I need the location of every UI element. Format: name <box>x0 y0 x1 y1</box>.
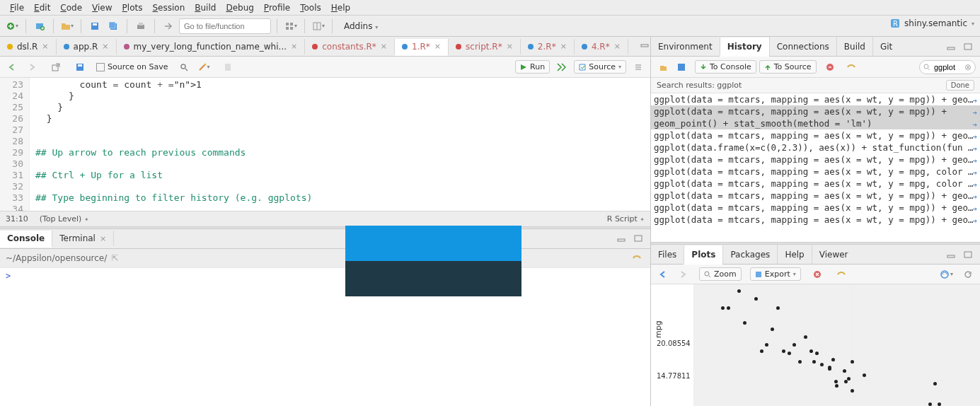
maximize-icon[interactable] <box>960 247 976 262</box>
close-icon[interactable]: × <box>291 42 297 51</box>
source-tab[interactable]: script.R*× <box>449 39 521 54</box>
goto-arrow-icon[interactable]: ➔ <box>972 167 977 178</box>
code-body[interactable]: count = count + ="n">1 } } } ## Up arrow… <box>30 78 650 211</box>
goto-arrow-icon[interactable]: ➔ <box>972 215 977 226</box>
goto-arrow-icon[interactable]: ➔ <box>972 143 977 153</box>
menu-build[interactable]: Build <box>190 1 220 14</box>
source-tab[interactable]: my_very_long_function_name_whi...× <box>117 39 306 54</box>
print-icon[interactable] <box>133 18 149 34</box>
file-type-selector[interactable]: R Script ✦ <box>607 214 645 224</box>
history-row[interactable]: ggplot(data = mtcars, mapping = aes(x = … <box>651 214 980 226</box>
new-project-icon[interactable] <box>32 18 47 34</box>
clear-console-icon[interactable] <box>629 250 645 266</box>
history-row[interactable]: ggplot(data = mtcars, mapping = aes(x = … <box>651 178 980 190</box>
close-icon[interactable]: × <box>434 42 441 51</box>
delete-entry-icon[interactable] <box>822 59 838 75</box>
zoom-button[interactable]: Zoom <box>699 267 742 281</box>
source-on-save-checkbox[interactable]: Source on Save <box>96 62 168 71</box>
close-icon[interactable]: × <box>381 42 387 51</box>
console-body[interactable]: > <box>0 268 650 407</box>
source-tab[interactable]: dsl.R× <box>0 39 57 54</box>
close-icon[interactable]: × <box>507 42 513 51</box>
close-icon[interactable]: × <box>100 234 106 243</box>
source-tab[interactable]: 1.R*× <box>395 39 449 56</box>
env-tab-git[interactable]: Git <box>872 37 899 56</box>
run-button[interactable]: Run <box>515 60 550 74</box>
scope-selector[interactable]: (Top Level) ✦ <box>40 214 89 224</box>
save-all-icon[interactable] <box>105 18 121 34</box>
source-tab[interactable]: app.R× <box>57 39 117 54</box>
goto-icon[interactable] <box>161 18 176 34</box>
goto-arrow-icon[interactable]: ➔ <box>972 95 977 105</box>
forward-icon[interactable] <box>24 59 40 75</box>
history-list[interactable]: ggplot(data = mtcars, mapping = aes(x = … <box>651 93 980 242</box>
menu-debug[interactable]: Debug <box>221 1 258 14</box>
source-tab[interactable]: 2.R*× <box>521 39 575 54</box>
menu-file[interactable]: File <box>6 1 28 14</box>
export-button[interactable]: Export ▾ <box>750 267 801 281</box>
project-selector[interactable]: R shiny.semantic ▾ <box>890 18 974 28</box>
tab-help[interactable]: Help <box>777 245 811 264</box>
minimize-icon[interactable] <box>943 39 959 54</box>
tab-files[interactable]: Files <box>651 245 684 264</box>
history-row[interactable]: ggplot(data = mtcars, mapping = aes(x = … <box>651 93 980 105</box>
menu-tools[interactable]: Tools <box>296 1 325 14</box>
publish-icon[interactable]: ▾ <box>939 267 955 282</box>
grid-icon[interactable]: ▾ <box>283 18 299 34</box>
back-icon[interactable] <box>4 59 20 75</box>
source-tab[interactable]: 4.R*× <box>575 39 628 54</box>
save-source-icon[interactable] <box>72 59 88 75</box>
history-row[interactable]: ggplot(data = mtcars, mapping = aes(x = … <box>651 129 980 141</box>
minimize-icon[interactable] <box>637 37 650 52</box>
menu-session[interactable]: Session <box>148 1 189 14</box>
menu-plots[interactable]: Plots <box>118 1 147 14</box>
load-history-icon[interactable] <box>655 59 671 75</box>
goto-arrow-icon[interactable]: ➔ <box>972 107 977 117</box>
clear-history-icon[interactable] <box>843 59 859 75</box>
close-icon[interactable]: × <box>614 42 621 51</box>
menu-code[interactable]: Code <box>56 1 86 14</box>
goto-arrow-icon[interactable]: ➔ <box>972 131 977 141</box>
remove-plot-icon[interactable] <box>809 267 825 282</box>
close-icon[interactable]: × <box>42 42 48 51</box>
refresh-plot-icon[interactable] <box>960 267 976 282</box>
history-row[interactable]: ggplot(data = mtcars, mapping = aes(x = … <box>651 202 980 214</box>
wand-icon[interactable]: ▾ <box>196 59 212 75</box>
find-icon[interactable] <box>176 59 192 75</box>
tab-plots[interactable]: Plots <box>684 245 722 265</box>
menu-view[interactable]: View <box>88 1 116 14</box>
history-row[interactable]: ggplot(data = mtcars, mapping = aes(x = … <box>651 105 980 117</box>
new-file-icon[interactable]: ▾ <box>4 18 20 34</box>
plot-next-icon[interactable] <box>675 267 691 282</box>
history-row[interactable]: geom_point() + stat_smooth(method = 'lm'… <box>651 117 980 129</box>
env-tab-history[interactable]: History <box>720 37 769 57</box>
source-tab[interactable]: constants.R*× <box>305 39 395 54</box>
clear-plots-icon[interactable] <box>834 267 849 282</box>
tab-console[interactable]: Console <box>0 231 52 248</box>
tab-viewer[interactable]: Viewer <box>812 245 855 264</box>
save-history-icon[interactable] <box>674 59 689 75</box>
history-row[interactable]: ggplot(data.frame(x=c(0,2.3)), aes(x)) +… <box>651 141 980 153</box>
menu-profile[interactable]: Profile <box>260 1 294 14</box>
maximize-icon[interactable] <box>960 39 976 54</box>
history-row[interactable]: ggplot(data = mtcars, mapping = aes(x = … <box>651 166 980 178</box>
clear-search-icon[interactable]: ⊗ <box>964 62 972 72</box>
save-icon[interactable] <box>87 18 103 34</box>
goto-arrow-icon[interactable]: ➔ <box>972 119 977 129</box>
console-path-popout-icon[interactable]: ⇱ <box>111 253 118 263</box>
goto-arrow-icon[interactable]: ➔ <box>972 191 977 202</box>
done-button[interactable]: Done <box>946 80 974 91</box>
maximize-icon[interactable] <box>633 52 648 57</box>
goto-arrow-icon[interactable]: ➔ <box>972 179 977 190</box>
history-row[interactable]: ggplot(data = mtcars, mapping = aes(x = … <box>651 153 980 166</box>
close-icon[interactable]: × <box>560 42 567 51</box>
source-editor[interactable]: 2324252627282930313233343536373839 count… <box>0 78 650 211</box>
tab-terminal[interactable]: Terminal × <box>52 231 114 246</box>
goto-input[interactable] <box>179 18 271 34</box>
maximize-icon[interactable] <box>630 231 646 246</box>
notebook-icon[interactable] <box>220 59 236 75</box>
env-tab-build[interactable]: Build <box>836 37 872 56</box>
to-source-button[interactable]: To Source <box>759 60 817 74</box>
source-button[interactable]: Source ▾ <box>574 60 626 74</box>
goto-arrow-icon[interactable]: ➔ <box>972 155 977 166</box>
